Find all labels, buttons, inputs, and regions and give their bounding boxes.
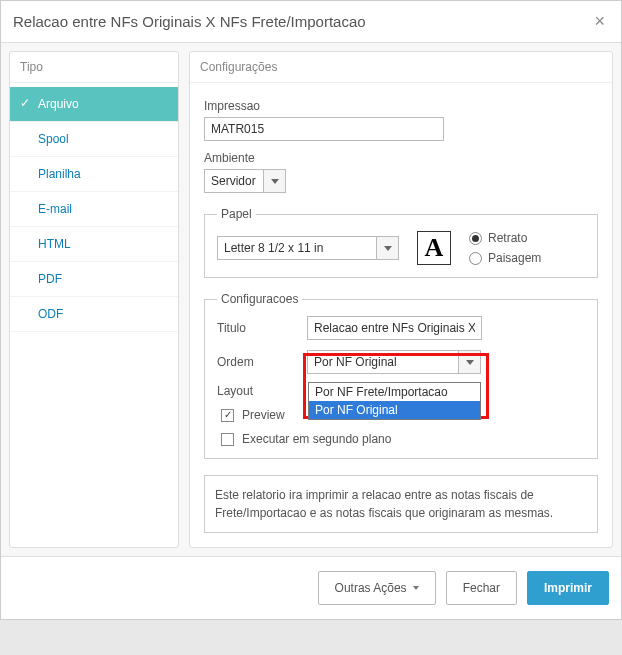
sidebar-item-arquivo[interactable]: Arquivo [10, 87, 178, 122]
config-group: Configuracoes Titulo Ordem Por NF Origin… [204, 292, 598, 459]
dialog-header: Relacao entre NFs Originais X NFs Frete/… [1, 1, 621, 43]
ordem-value: Por NF Original [307, 350, 459, 374]
radio-paisagem[interactable]: Paisagem [469, 251, 541, 265]
chevron-down-icon[interactable] [459, 350, 481, 374]
layout-label: Layout [217, 384, 307, 398]
imprimir-button[interactable]: Imprimir [527, 571, 609, 605]
fechar-button[interactable]: Fechar [446, 571, 517, 605]
checkbox-label: Preview [242, 408, 285, 422]
print-dialog: Relacao entre NFs Originais X NFs Frete/… [0, 0, 622, 620]
papel-size-value: Letter 8 1/2 x 11 in [217, 236, 377, 260]
button-label: Outras Ações [335, 581, 407, 595]
ordem-option-original[interactable]: Por NF Original [309, 401, 480, 419]
sidebar-item-odf[interactable]: ODF [10, 297, 178, 332]
checkbox-label: Executar em segundo plano [242, 432, 391, 446]
sidebar-item-html[interactable]: HTML [10, 227, 178, 262]
sidebar-item-label: PDF [38, 272, 62, 286]
titulo-label: Titulo [217, 321, 307, 335]
outras-acoes-button[interactable]: Outras Ações [318, 571, 436, 605]
sidebar-item-email[interactable]: E-mail [10, 192, 178, 227]
checkbox-icon [221, 433, 234, 446]
main-panel: Configurações Impressao Ambiente Servido… [189, 51, 613, 548]
titulo-input[interactable] [307, 316, 482, 340]
sidebar-header: Tipo [10, 52, 178, 83]
sidebar-item-label: HTML [38, 237, 71, 251]
impressao-label: Impressao [204, 99, 598, 113]
description-box: Este relatorio ira imprimir a relacao en… [204, 475, 598, 533]
main-body: Impressao Ambiente Servidor Papel Letter… [190, 83, 612, 547]
papel-legend: Papel [217, 207, 256, 221]
ambiente-value: Servidor [204, 169, 264, 193]
chevron-down-icon[interactable] [377, 236, 399, 260]
sidebar-item-label: ODF [38, 307, 63, 321]
sidebar-panel: Tipo Arquivo Spool Planilha E-mail HTML … [9, 51, 179, 548]
button-label: Fechar [463, 581, 500, 595]
chevron-down-icon[interactable] [264, 169, 286, 193]
radio-label: Paisagem [488, 251, 541, 265]
radio-icon [469, 232, 482, 245]
ambiente-label: Ambiente [204, 151, 598, 165]
sidebar-list: Arquivo Spool Planilha E-mail HTML PDF O… [10, 83, 178, 332]
background-checkbox-row[interactable]: Executar em segundo plano [221, 432, 585, 446]
impressao-input[interactable] [204, 117, 444, 141]
close-icon[interactable]: × [590, 11, 609, 32]
ordem-select[interactable]: Por NF Original [307, 350, 481, 374]
ambiente-select[interactable]: Servidor [204, 169, 286, 193]
checkbox-icon [221, 409, 234, 422]
dialog-body: Tipo Arquivo Spool Planilha E-mail HTML … [1, 43, 621, 556]
ordem-option-frete[interactable]: Por NF Frete/Importacao [309, 383, 480, 401]
radio-icon [469, 252, 482, 265]
orientation-icon: A [417, 231, 451, 265]
sidebar-item-planilha[interactable]: Planilha [10, 157, 178, 192]
papel-size-select[interactable]: Letter 8 1/2 x 11 in [217, 236, 399, 260]
sidebar-item-spool[interactable]: Spool [10, 122, 178, 157]
config-legend: Configuracoes [217, 292, 302, 306]
chevron-down-icon [413, 586, 419, 590]
sidebar-item-label: Spool [38, 132, 69, 146]
ordem-label: Ordem [217, 355, 307, 369]
radio-label: Retrato [488, 231, 527, 245]
dialog-footer: Outras Ações Fechar Imprimir [1, 556, 621, 619]
orientation-radios: Retrato Paisagem [469, 231, 541, 265]
dialog-title: Relacao entre NFs Originais X NFs Frete/… [13, 13, 366, 30]
sidebar-item-label: Arquivo [38, 97, 79, 111]
papel-group: Papel Letter 8 1/2 x 11 in A Retrato [204, 207, 598, 278]
main-header: Configurações [190, 52, 612, 83]
radio-retrato[interactable]: Retrato [469, 231, 541, 245]
sidebar-item-label: E-mail [38, 202, 72, 216]
sidebar-item-pdf[interactable]: PDF [10, 262, 178, 297]
sidebar-item-label: Planilha [38, 167, 81, 181]
ordem-dropdown-list[interactable]: Por NF Frete/Importacao Por NF Original [308, 382, 481, 420]
button-label: Imprimir [544, 581, 592, 595]
